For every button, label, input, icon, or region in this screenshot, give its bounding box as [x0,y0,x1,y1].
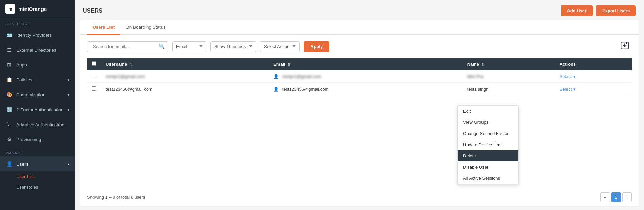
sidebar-item-users[interactable]: 👤 Users ▾ [0,156,75,171]
tab-on-boarding[interactable]: On Boarding Status [120,20,171,35]
user-warning-icon: 👤 [273,87,279,92]
sidebar-item-label: Apps [16,62,27,68]
cell-name: Mini Pra [462,70,555,83]
add-user-button[interactable]: Add User [561,5,593,16]
sort-icon: ⇅ [130,63,133,66]
col-name: Name ⇅ [462,58,555,70]
sidebar-item-provisioning[interactable]: ⚙ Provisioning [0,132,75,147]
sidebar-item-label: Policies [16,77,32,82]
chevron-down-icon: ▾ [573,74,576,79]
apply-button[interactable]: Apply [304,41,329,52]
cell-email: 👤 minipr1@gmail.com [269,70,462,83]
customization-icon: 🎨 [5,91,13,98]
menu-item-delete[interactable]: Delete [458,150,518,161]
menu-item-disable-user[interactable]: Disable User [458,161,518,173]
col-email: Email ⇅ [269,58,462,70]
users-table: Username ⇅ Email ⇅ Name ⇅ Actions [87,58,632,95]
sidebar-item-label: Identity Providers [16,33,52,38]
action-dropdown-menu: Edit View Groups Change Second Factor Up… [457,105,519,184]
menu-item-change-second-factor[interactable]: Change Second Factor [458,128,518,139]
sidebar-item-adaptive-auth[interactable]: 🛡 Adaptive Authentication [0,117,75,132]
provisioning-icon: ⚙ [5,136,13,143]
email-filter-select[interactable]: Email Username Name [172,41,206,52]
identity-providers-icon: 🪪 [5,31,13,39]
page-1-button[interactable]: 1 [611,192,621,202]
sidebar-item-apps[interactable]: ⊞ Apps [0,57,75,72]
sort-icon: ⇅ [482,63,485,66]
sidebar-item-2fa[interactable]: 🔢 2-Factor Authentication ▾ [0,102,75,117]
policies-icon: 📋 [5,76,13,83]
content-area: Users List On Boarding Status 🔍 Email Us… [80,20,639,206]
logo-text: miniOrange [18,6,47,12]
manage-section-label: Manage [0,147,75,156]
sidebar-item-label: Adaptive Authentication [16,122,64,127]
sidebar: m miniOrange Configure 🪪 Identity Provid… [0,0,75,210]
chevron-down-icon: ▾ [68,108,69,112]
cell-name: test1 singh [462,83,555,95]
col-username: Username ⇅ [101,58,269,70]
row-select-button[interactable]: Select ▾ [560,87,576,92]
chevron-down-icon: ▾ [68,93,69,97]
pagination: « 1 » [600,192,632,202]
sort-icon: ⇅ [288,63,290,66]
2fa-icon: 🔢 [5,106,13,113]
main-content: USERS Add User Export Users Users List O… [75,0,644,210]
menu-item-edit[interactable]: Edit [458,106,518,117]
cell-actions: Select ▾ [555,70,632,83]
apps-icon: ⊞ [5,61,13,69]
sidebar-item-label: 2-Factor Authentication [16,107,64,112]
chevron-down-icon: ▾ [68,78,69,82]
next-page-button[interactable]: » [622,192,632,202]
import-user-icon[interactable] [617,40,632,53]
sidebar-item-external-directories[interactable]: ☰ External Directories [0,42,75,57]
tabs-bar: Users List On Boarding Status [80,20,639,35]
table-footer: Showing 1 – 8 of total 8 users « 1 » [80,188,639,206]
table-row: minipr1@gmail.com 👤 minipr1@gmail.com Mi… [87,70,632,83]
row-checkbox[interactable] [92,86,96,91]
sidebar-item-label: Provisioning [16,137,41,142]
tab-users-list[interactable]: Users List [87,20,120,35]
table-row: test123456@gmail.com 👤 test123456@gmail.… [87,83,632,95]
row-checkbox[interactable] [92,74,96,78]
cell-actions: Select ▾ [555,83,632,95]
sidebar-item-label: External Directories [16,47,56,53]
users-icon: 👤 [5,160,13,168]
subitem-label: User List [16,174,34,179]
showing-text: Showing 1 – 8 of total 8 users [87,195,145,200]
sidebar-subitem-user-roles[interactable]: User Roles [0,182,75,192]
sidebar-item-identity-providers[interactable]: 🪪 Identity Providers [0,27,75,42]
adaptive-auth-icon: 🛡 [5,121,13,128]
sidebar-item-label: Users [16,161,28,167]
subitem-label: User Roles [16,185,38,190]
chevron-down-icon: ▾ [68,162,69,166]
search-icon: 🔍 [159,44,165,49]
sidebar-subitem-user-list[interactable]: User List [0,171,75,182]
prev-page-button[interactable]: « [600,192,610,202]
search-input[interactable] [91,42,159,52]
sidebar-logo: m miniOrange [0,0,75,18]
sidebar-item-customization[interactable]: 🎨 Customization ▾ [0,87,75,102]
col-actions: Actions [555,58,632,70]
main-header: USERS Add User Export Users [75,0,644,16]
row-select-button[interactable]: Select ▾ [560,74,576,79]
action-select[interactable]: Select Action Enable Disable Delete [260,41,300,52]
menu-item-view-groups[interactable]: View Groups [458,117,518,128]
cell-username: test123456@gmail.com [101,83,269,95]
configure-section-label: Configure [0,18,75,27]
menu-item-update-device-limit[interactable]: Update Device Limit [458,139,518,150]
sidebar-item-policies[interactable]: 📋 Policies ▾ [0,72,75,87]
users-table-wrapper: Username ⇅ Email ⇅ Name ⇅ Actions [80,58,639,188]
col-checkbox [87,58,101,70]
menu-item-all-active-sessions[interactable]: All Active Sessions [458,173,518,184]
search-wrapper: 🔍 [87,41,168,52]
user-warning-icon: 👤 [273,74,279,79]
page-title: USERS [83,8,103,14]
logo-icon: m [5,4,15,14]
external-directories-icon: ☰ [5,46,13,54]
entries-select[interactable]: Show 10 entries Show 25 entries Show 50 … [210,41,256,52]
select-all-checkbox[interactable] [92,61,96,66]
header-buttons: Add User Export Users [561,5,636,16]
cell-username: minipr1@gmail.com [101,70,269,83]
chevron-down-icon: ▾ [573,87,576,92]
export-users-button[interactable]: Export Users [596,5,636,16]
